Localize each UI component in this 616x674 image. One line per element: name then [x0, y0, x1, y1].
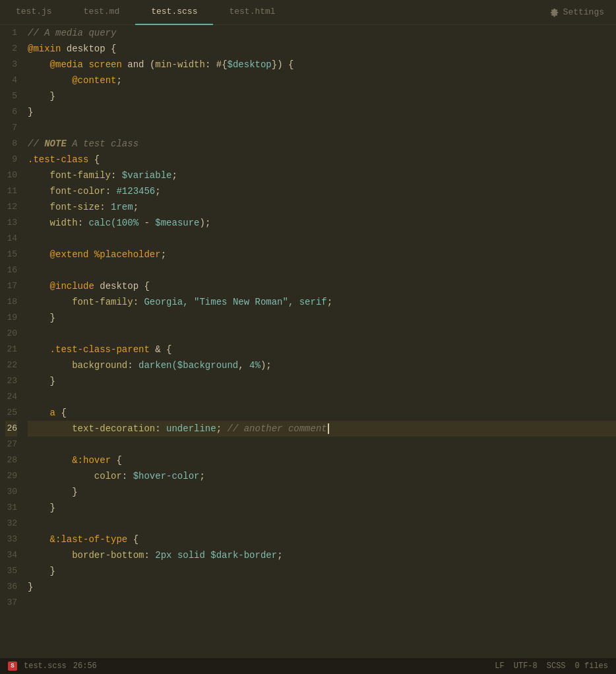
code-line-14 [28, 231, 616, 247]
line-num-24: 24 [5, 389, 17, 405]
code-line-19: } [28, 310, 616, 326]
line-num-36: 36 [5, 579, 17, 595]
code-line-8: // NOTE A test class [28, 136, 616, 152]
line-num-2: 2 [5, 41, 17, 57]
code-line-37 [28, 595, 616, 611]
code-line-12: font-size: 1rem; [28, 199, 616, 215]
code-line-30: } [28, 484, 616, 500]
status-bar: S test.scss 26:56 LF UTF-8 SCSS 0 files [0, 658, 616, 674]
status-right: LF UTF-8 SCSS 0 files [495, 661, 608, 671]
code-line-28: &:hover { [28, 452, 616, 468]
line-num-20: 20 [5, 326, 17, 342]
tab-label: test.scss [151, 7, 197, 16]
code-line-33: &:last-of-type { [28, 532, 616, 547]
line-num-19: 19 [5, 310, 17, 326]
status-syntax: SCSS [547, 661, 566, 671]
line-num-10: 10 [5, 168, 17, 183]
code-line-3: @media screen and (min-width: #{$desktop… [28, 57, 616, 73]
code-line-17: @include desktop { [28, 278, 616, 294]
tab-label: test.js [16, 7, 52, 16]
line-num-33: 33 [5, 532, 17, 547]
line-numbers: 1 2 3 4 5 6 7 8 9 10 11 12 13 14 15 16 1… [0, 25, 25, 658]
code-line-1: // A media query [28, 25, 616, 41]
code-line-11: font-color: #123456; [28, 183, 616, 199]
line-num-35: 35 [5, 563, 17, 579]
code-line-26: text-decoration: underline; // another c… [28, 421, 616, 437]
line-num-9: 9 [5, 152, 17, 168]
line-num-14: 14 [5, 231, 17, 247]
line-num-7: 7 [5, 120, 17, 136]
tab-test-scss[interactable]: test.scss [135, 0, 213, 25]
line-num-13: 13 [5, 215, 17, 231]
line-num-15: 15 [5, 247, 17, 262]
code-line-20 [28, 326, 616, 342]
code-line-13: width: calc(100% - $measure); [28, 215, 616, 231]
line-num-18: 18 [5, 294, 17, 310]
line-num-17: 17 [5, 278, 17, 294]
line-num-30: 30 [5, 484, 17, 500]
line-num-27: 27 [5, 437, 17, 452]
code-line-9: .test-class { [28, 152, 616, 168]
settings-label: Settings [563, 7, 604, 17]
code-line-36: } [28, 579, 616, 595]
editor: 1 2 3 4 5 6 7 8 9 10 11 12 13 14 15 16 1… [0, 25, 616, 658]
code-line-21: .test-class-parent & { [28, 342, 616, 357]
code-line-6: } [28, 104, 616, 120]
line-num-6: 6 [5, 104, 17, 120]
line-num-12: 12 [5, 199, 17, 215]
line-num-28: 28 [5, 452, 17, 468]
code-line-4: @content; [28, 73, 616, 88]
gear-icon [550, 8, 559, 17]
tab-label: test.md [84, 7, 120, 16]
code-line-22: background: darken($background, 4%); [28, 357, 616, 373]
line-num-21: 21 [5, 342, 17, 357]
line-num-22: 22 [5, 357, 17, 373]
status-encoding: UTF-8 [514, 661, 538, 671]
code-line-24 [28, 389, 616, 405]
tab-bar: test.js test.md test.scss test.html Sett… [0, 0, 616, 25]
line-num-32: 32 [5, 516, 17, 532]
code-line-18: font-family: Georgia, "Times New Roman",… [28, 294, 616, 310]
code-line-32 [28, 516, 616, 532]
line-num-37: 37 [5, 595, 17, 611]
code-line-27 [28, 437, 616, 452]
status-position: 26:56 [73, 661, 97, 671]
text-cursor [328, 423, 329, 434]
status-files: 0 files [575, 661, 608, 671]
file-type-icon: S [8, 661, 17, 671]
code-line-16 [28, 262, 616, 278]
line-num-4: 4 [5, 73, 17, 88]
line-num-1: 1 [5, 25, 17, 41]
line-num-29: 29 [5, 468, 17, 484]
line-num-34: 34 [5, 547, 17, 563]
tab-label: test.html [229, 7, 275, 16]
line-num-5: 5 [5, 88, 17, 104]
code-line-35: } [28, 563, 616, 579]
line-num-3: 3 [5, 57, 17, 73]
tab-test-html[interactable]: test.html [213, 0, 291, 25]
line-num-26: 26 [5, 421, 17, 437]
code-content[interactable]: // A media query @mixin desktop { @media… [25, 25, 616, 658]
status-left: S test.scss 26:56 [8, 661, 97, 671]
code-line-10: font-family: $variable; [28, 168, 616, 183]
line-num-23: 23 [5, 373, 17, 389]
line-num-31: 31 [5, 500, 17, 516]
code-line-15: @extend %placeholder; [28, 247, 616, 262]
code-line-34: border-bottom: 2px solid $dark-border; [28, 547, 616, 563]
status-line-ending: LF [495, 661, 504, 671]
tab-test-js[interactable]: test.js [0, 0, 68, 25]
settings-tab[interactable]: Settings [538, 0, 616, 25]
code-line-2: @mixin desktop { [28, 41, 616, 57]
line-num-11: 11 [5, 183, 17, 199]
code-line-25: a { [28, 405, 616, 421]
tab-test-md[interactable]: test.md [68, 0, 136, 25]
code-line-7 [28, 120, 616, 136]
code-line-29: color: $hover-color; [28, 468, 616, 484]
code-line-31: } [28, 500, 616, 516]
line-num-8: 8 [5, 136, 17, 152]
line-num-25: 25 [5, 405, 17, 421]
status-filename: test.scss [24, 661, 67, 671]
code-line-5: } [28, 88, 616, 104]
line-num-16: 16 [5, 262, 17, 278]
code-line-23: } [28, 373, 616, 389]
